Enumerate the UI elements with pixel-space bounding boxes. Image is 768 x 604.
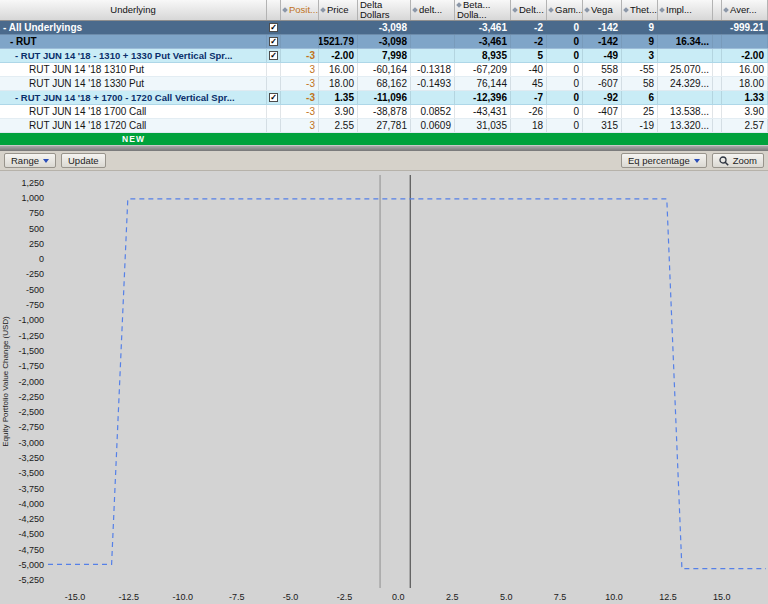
underlying-label: RUT JUN 14 '18 1310 Put bbox=[0, 63, 267, 76]
cell-spacer bbox=[713, 119, 722, 132]
risk-profile-chart[interactable]: 1,2501,0007505002500-250-500-750-1,000-1… bbox=[0, 171, 768, 604]
y-tick-label: -3,500 bbox=[18, 468, 44, 478]
eq-percentage-label: Eq percentage bbox=[628, 155, 690, 166]
cell-delta_pct bbox=[411, 91, 455, 104]
sort-diamond-icon bbox=[456, 2, 462, 8]
table-row[interactable]: RUT JUN 14 '18 1700 Call-33.90-38,8780.0… bbox=[0, 105, 768, 119]
column-header-delta_pct[interactable]: delt... bbox=[411, 0, 455, 20]
cell-position: -3 bbox=[281, 91, 319, 104]
update-button[interactable]: Update bbox=[61, 153, 106, 168]
y-tick-label: -500 bbox=[26, 285, 44, 295]
row-checkbox-cell[interactable]: ✓ bbox=[267, 21, 281, 34]
cell-beta_dollars: -67,209 bbox=[455, 63, 511, 76]
x-tick-label: 12.5 bbox=[659, 592, 677, 602]
update-button-label: Update bbox=[68, 155, 99, 166]
cell-avg_price: 3.90 bbox=[722, 105, 768, 118]
eq-percentage-dropdown[interactable]: Eq percentage bbox=[621, 153, 707, 168]
checkbox[interactable]: ✓ bbox=[269, 37, 278, 46]
column-header-spacer bbox=[713, 0, 722, 20]
column-header-impl_vol[interactable]: Impl... bbox=[658, 0, 713, 20]
y-axis-title: Equity Portfolio Value Change (USD) bbox=[1, 316, 10, 447]
sort-diamond-icon bbox=[548, 7, 554, 13]
y-tick-label: -3,250 bbox=[18, 453, 44, 463]
cell-theta: 9 bbox=[622, 35, 658, 48]
cell-delta_pct: -0.1318 bbox=[411, 63, 455, 76]
cell-vega: 315 bbox=[583, 119, 622, 132]
y-tick-label: -4,500 bbox=[18, 529, 44, 539]
column-header-gamma[interactable]: Gam... bbox=[547, 0, 583, 20]
checkbox[interactable]: ✓ bbox=[269, 23, 278, 32]
table-row[interactable]: RUT JUN 14 '18 1310 Put316.00-60,164-0.1… bbox=[0, 63, 768, 77]
cell-avg_price: 2.57 bbox=[722, 119, 768, 132]
zoom-button[interactable]: Zoom bbox=[712, 153, 764, 168]
row-checkbox-cell[interactable]: ✓ bbox=[267, 91, 281, 104]
table-row[interactable]: - RUT JUN 14 '18 + 1700 - 1720 Call Vert… bbox=[0, 91, 768, 105]
row-checkbox-cell[interactable] bbox=[267, 77, 281, 90]
table-row[interactable]: - RUT✓1521.79-3,098-3,461-20-142916.34..… bbox=[0, 35, 768, 49]
underlying-label: - All Underlyings bbox=[0, 21, 267, 34]
column-header-vega[interactable]: Vega bbox=[583, 0, 622, 20]
cell-theta: -19 bbox=[622, 119, 658, 132]
row-checkbox-cell[interactable] bbox=[267, 105, 281, 118]
cell-delta: 45 bbox=[511, 77, 547, 90]
cell-impl_vol bbox=[658, 21, 713, 34]
cell-gamma: 0 bbox=[547, 63, 583, 76]
y-tick-label: -250 bbox=[26, 269, 44, 279]
y-tick-label: -1,250 bbox=[18, 331, 44, 341]
cell-beta_dollars: -3,461 bbox=[455, 21, 511, 34]
checkbox[interactable]: ✓ bbox=[269, 93, 278, 102]
column-header-position[interactable]: Posit... bbox=[281, 0, 319, 20]
table-row[interactable]: NEW bbox=[0, 133, 768, 145]
cell-price: 2.55 bbox=[319, 119, 358, 132]
cell-spacer bbox=[713, 63, 722, 76]
sort-diamond-icon bbox=[584, 7, 590, 13]
column-header-price[interactable]: Price bbox=[319, 0, 358, 20]
column-header-theta[interactable]: Thet... bbox=[622, 0, 658, 20]
underlying-label: - RUT bbox=[0, 35, 267, 48]
cell-impl_vol: 16.34... bbox=[658, 35, 713, 48]
checkbox[interactable]: ✓ bbox=[269, 51, 278, 60]
cell-beta_dollars: 31,035 bbox=[455, 119, 511, 132]
chevron-down-icon bbox=[694, 159, 700, 163]
cell-theta: 3 bbox=[622, 49, 658, 62]
column-header-delta[interactable]: Delt... bbox=[511, 0, 547, 20]
cell-spacer bbox=[713, 21, 722, 34]
cell-position: 3 bbox=[281, 63, 319, 76]
table-row[interactable]: - All Underlyings✓-3,098-3,461-20-1429-9… bbox=[0, 21, 768, 35]
y-tick-label: 1,000 bbox=[21, 193, 44, 203]
column-header-beta_dollars[interactable]: Beta...Dolla... bbox=[455, 0, 511, 20]
x-tick-label: -2.5 bbox=[337, 592, 353, 602]
cell-delta_pct: 0.0852 bbox=[411, 105, 455, 118]
y-tick-label: 1,250 bbox=[21, 178, 44, 188]
row-checkbox-cell[interactable] bbox=[267, 119, 281, 132]
x-tick-label: -12.5 bbox=[119, 592, 140, 602]
cell-gamma: 0 bbox=[547, 35, 583, 48]
cell-gamma: 0 bbox=[547, 119, 583, 132]
cell-delta_dollars: 27,781 bbox=[358, 119, 411, 132]
cell-delta_dollars: -11,096 bbox=[358, 91, 411, 104]
cell-position: -3 bbox=[281, 49, 319, 62]
x-tick-label: -10.0 bbox=[173, 592, 194, 602]
sort-diamond-icon bbox=[623, 7, 629, 13]
sort-diamond-icon bbox=[512, 7, 518, 13]
row-checkbox-cell[interactable]: ✓ bbox=[267, 35, 281, 48]
cell-delta_pct bbox=[411, 49, 455, 62]
row-checkbox-cell[interactable]: ✓ bbox=[267, 49, 281, 62]
cell-price: 1521.79 bbox=[319, 35, 358, 48]
y-tick-label: 0 bbox=[39, 254, 44, 264]
range-dropdown[interactable]: Range bbox=[4, 153, 56, 168]
row-checkbox-cell[interactable] bbox=[267, 63, 281, 76]
y-tick-label: -2,250 bbox=[18, 392, 44, 402]
column-header-delta_dollars[interactable]: DeltaDollars bbox=[358, 0, 411, 20]
table-row[interactable]: - RUT JUN 14 '18 - 1310 + 1330 Put Verti… bbox=[0, 49, 768, 63]
cell-position bbox=[281, 35, 319, 48]
x-tick-label: -7.5 bbox=[229, 592, 245, 602]
sort-diamond-icon bbox=[723, 7, 729, 13]
cell-gamma: 0 bbox=[547, 49, 583, 62]
table-row[interactable]: RUT JUN 14 '18 1720 Call32.5527,7810.060… bbox=[0, 119, 768, 133]
column-header-avg_price[interactable]: Aver... bbox=[722, 0, 768, 20]
column-header-underlying[interactable]: Underlying bbox=[0, 0, 267, 20]
y-tick-label: -5,000 bbox=[18, 560, 44, 570]
table-row[interactable]: RUT JUN 14 '18 1330 Put-318.0068,162-0.1… bbox=[0, 77, 768, 91]
cell-avg_price: 18.00 bbox=[722, 77, 768, 90]
